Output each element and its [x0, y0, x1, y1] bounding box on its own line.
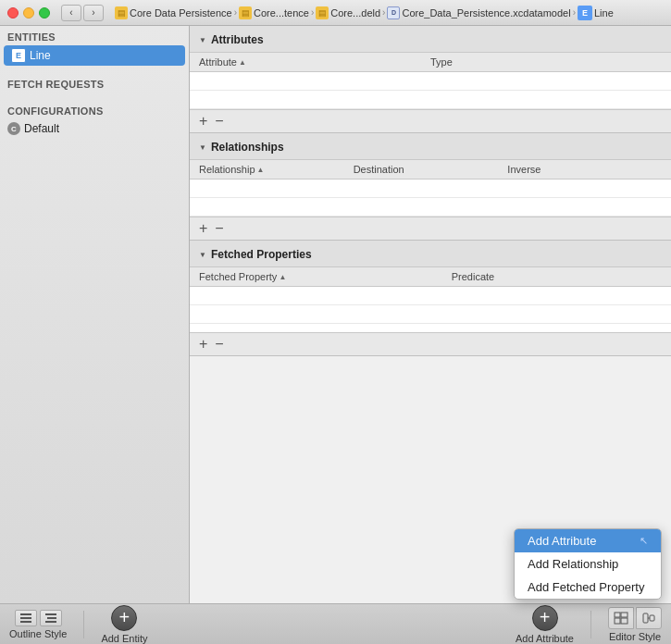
dropdown-add-relationship-label: Add Relationship — [528, 557, 618, 571]
add-attribute-item: + Add Attribute — [516, 605, 574, 644]
svg-rect-3 — [45, 613, 56, 615]
fetched-properties-rows — [190, 287, 671, 333]
table-row — [190, 305, 671, 324]
dropdown-menu: Add Attribute ↖ Add Relationship Add Fet… — [514, 528, 662, 600]
attributes-table-header: Attribute ▲ Type — [190, 53, 671, 72]
add-relationship-button[interactable]: + — [199, 221, 207, 236]
svg-rect-2 — [20, 621, 31, 623]
outline-style-list-button[interactable] — [15, 610, 37, 626]
cursor-indicator: ↖ — [640, 535, 648, 547]
attributes-header[interactable]: ▼ Attributes — [190, 26, 671, 53]
svg-rect-7 — [621, 613, 628, 617]
attributes-section: ▼ Attributes Attribute ▲ Type + − — [190, 26, 671, 133]
fetched-property-col-header: Fetched Property ▲ — [199, 271, 452, 282]
traffic-lights — [7, 7, 50, 19]
attributes-triangle: ▼ — [199, 36, 206, 44]
attributes-footer: + − — [190, 110, 671, 132]
dropdown-add-attribute-label: Add Attribute — [528, 534, 596, 548]
destination-col-header: Destination — [354, 164, 508, 175]
svg-rect-10 — [643, 613, 648, 623]
add-attribute-button[interactable]: + — [199, 114, 207, 129]
breadcrumb-sep-1: › — [234, 7, 237, 18]
titlebar: ‹ › ▤ Core Data Persistence › ▤ Core...t… — [0, 0, 671, 26]
entities-label: ENTITIES — [0, 26, 189, 45]
fetched-property-sort-icon: ▲ — [279, 273, 286, 281]
table-icon — [614, 612, 628, 625]
svg-rect-6 — [615, 613, 620, 617]
close-button[interactable] — [7, 7, 19, 19]
maximize-button[interactable] — [39, 7, 50, 19]
breadcrumb-label-3: Core...deld — [330, 7, 380, 19]
editor-style-graph-button[interactable] — [636, 607, 662, 629]
relationships-title: Relationships — [211, 141, 284, 154]
remove-fetched-property-button[interactable]: − — [215, 337, 223, 352]
sidebar-item-line[interactable]: E Line — [4, 45, 185, 66]
editor-style-table-button[interactable] — [608, 607, 634, 629]
editor-style-buttons — [608, 607, 662, 629]
table-row — [190, 287, 671, 305]
minimize-button[interactable] — [23, 7, 34, 19]
fetch-requests-label: FETCH REQUESTS — [0, 73, 189, 93]
attributes-rows — [190, 72, 671, 110]
dropdown-item-add-fetched-property[interactable]: Add Fetched Property — [515, 576, 661, 599]
dropdown-item-add-attribute[interactable]: Add Attribute ↖ — [515, 529, 661, 552]
breadcrumb-item-5[interactable]: E Line — [578, 6, 614, 20]
fetched-properties-triangle: ▼ — [199, 251, 206, 259]
svg-rect-0 — [20, 613, 31, 615]
table-row — [190, 198, 671, 217]
attributes-title: Attributes — [211, 33, 264, 46]
relationships-section: ▼ Relationships Relationship ▲ Destinati… — [190, 133, 671, 241]
folder-icon: ▤ — [115, 6, 128, 19]
table-row — [190, 72, 671, 91]
sidebar-item-default-label: Default — [24, 122, 59, 135]
entity-icon-sidebar: E — [11, 48, 26, 63]
breadcrumb-label-1: Core Data Persistence — [130, 7, 232, 19]
relationships-header[interactable]: ▼ Relationships — [190, 133, 671, 160]
breadcrumb-item-1[interactable]: ▤ Core Data Persistence — [115, 6, 232, 19]
outline-style-indent-button[interactable] — [40, 610, 62, 626]
sidebar: ENTITIES E Line FETCH REQUESTS CONFIGURA… — [0, 26, 190, 603]
breadcrumb-item-4[interactable]: D Core_Data_Persistence.xcdatamodel — [387, 6, 570, 19]
breadcrumb-label-5: Line — [594, 7, 614, 19]
breadcrumb-item-3[interactable]: ▤ Core...deld — [316, 6, 380, 19]
separator-1 — [83, 611, 84, 638]
add-entity-button[interactable]: + — [111, 605, 137, 631]
file-icon: D — [387, 6, 400, 19]
svg-rect-4 — [47, 617, 56, 619]
breadcrumb-label-2: Core...tence — [254, 7, 309, 19]
nav-back-button[interactable]: ‹ — [61, 5, 81, 21]
svg-rect-1 — [20, 617, 31, 619]
add-fetched-property-button[interactable]: + — [199, 337, 207, 352]
remove-attribute-button[interactable]: − — [215, 114, 223, 129]
entity-icon: E — [578, 6, 592, 20]
folder-icon-2: ▤ — [239, 6, 252, 19]
fetched-properties-table-header: Fetched Property ▲ Predicate — [190, 267, 671, 287]
breadcrumb-label-4: Core_Data_Persistence.xcdatamodel — [402, 7, 570, 19]
fetched-properties-footer: + − — [190, 333, 671, 355]
breadcrumb-sep-2: › — [311, 7, 314, 18]
add-entity-label: Add Entity — [101, 633, 147, 644]
breadcrumb: ▤ Core Data Persistence › ▤ Core...tence… — [115, 6, 664, 20]
add-attribute-button[interactable]: + — [532, 605, 558, 631]
outline-style-label: Outline Style — [9, 628, 67, 639]
relationships-rows — [190, 180, 671, 217]
svg-rect-5 — [45, 621, 56, 623]
nav-forward-button[interactable]: › — [83, 5, 104, 21]
type-col-header: Type — [430, 56, 662, 68]
content-area: ▼ Attributes Attribute ▲ Type + − — [190, 26, 671, 603]
fetched-properties-section: ▼ Fetched Properties Fetched Property ▲ … — [190, 241, 671, 356]
graph-icon — [641, 612, 656, 625]
inverse-col-header: Inverse — [507, 164, 662, 175]
editor-style-item: Editor Style — [608, 607, 662, 642]
relationships-footer: + − — [190, 217, 671, 240]
dropdown-item-add-relationship[interactable]: Add Relationship — [515, 552, 661, 576]
fetched-properties-header[interactable]: ▼ Fetched Properties — [190, 241, 671, 267]
sidebar-item-default[interactable]: C Default — [0, 119, 189, 138]
svg-rect-11 — [650, 615, 654, 621]
relationships-table-header: Relationship ▲ Destination Inverse — [190, 160, 671, 180]
svg-rect-9 — [621, 618, 628, 624]
remove-relationship-button[interactable]: − — [215, 221, 223, 236]
breadcrumb-item-2[interactable]: ▤ Core...tence — [239, 6, 309, 19]
outline-style-item: Outline Style — [9, 610, 67, 639]
table-row — [190, 180, 671, 198]
